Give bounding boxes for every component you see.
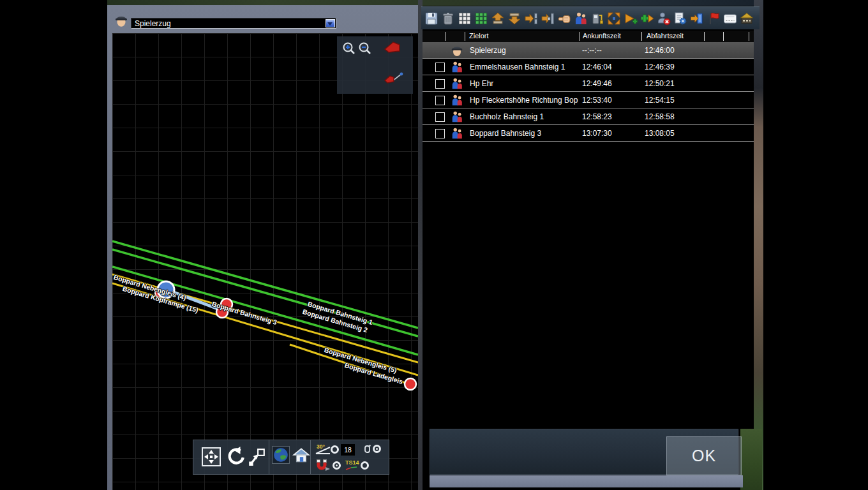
save-icon[interactable] bbox=[424, 11, 438, 26]
grid-white-icon[interactable] bbox=[458, 11, 472, 26]
zoom-out-icon[interactable] bbox=[358, 41, 373, 57]
train-selector-value: Spielerzug bbox=[135, 19, 171, 28]
rotate-button[interactable] bbox=[225, 446, 245, 468]
hand-pick-icon[interactable] bbox=[557, 11, 571, 26]
table-row[interactable]: Emmelshausen Bahnsteig 1 12:46:04 12:46:… bbox=[423, 59, 754, 75]
row-abfahrtszeit: 12:46:39 bbox=[645, 63, 703, 71]
row-zielort: Emmelshausen Bahnsteig 1 bbox=[470, 63, 578, 71]
header-abfahrtszeit: Abfahrtszeit bbox=[647, 32, 684, 40]
main-track-line bbox=[112, 267, 418, 355]
signal-small-icon[interactable] bbox=[384, 71, 405, 87]
row-abfahrtszeit: 13:08:05 bbox=[645, 129, 703, 138]
add-route-icon[interactable] bbox=[624, 11, 638, 26]
column-divider bbox=[749, 32, 749, 41]
ts14-radio[interactable] bbox=[361, 461, 369, 470]
timetable: Zielort Ankunftszeit Abfahrtszeit Spiele… bbox=[423, 31, 754, 421]
row-zielort: Boppard Bahnsteig 3 bbox=[470, 129, 578, 138]
scenery-gap-strip bbox=[418, 0, 423, 490]
row-ankunftszeit: 12:53:40 bbox=[582, 96, 641, 105]
ok-button[interactable]: OK bbox=[666, 436, 742, 475]
toolbar-divider bbox=[310, 440, 311, 474]
row-abfahrtszeit: 12:50:21 bbox=[645, 79, 703, 88]
table-row[interactable]: Spielerzug --:--:-- 12:46:00 bbox=[423, 42, 754, 59]
screen: Spielerzug Boppard Nebengleis (4) Boppar… bbox=[0, 0, 868, 490]
move-down-icon[interactable] bbox=[507, 11, 521, 26]
table-row[interactable]: Hp Ehr 12:49:46 12:50:21 bbox=[423, 75, 754, 92]
passengers-icon bbox=[451, 77, 463, 90]
passengers-icon bbox=[451, 94, 463, 107]
slope-radio[interactable] bbox=[331, 445, 339, 454]
stop-marker[interactable] bbox=[405, 378, 416, 390]
header-zielort: Zielort bbox=[469, 32, 489, 40]
table-row[interactable]: Boppard Bahnsteig 3 13:07:30 13:08:05 bbox=[423, 125, 754, 142]
slope-icon: 30° bbox=[315, 443, 331, 456]
grid-green-icon[interactable] bbox=[474, 11, 488, 26]
zoom-in-icon[interactable] bbox=[342, 41, 357, 57]
insert-before-icon[interactable] bbox=[524, 11, 538, 26]
row-abfahrtszeit: 12:46:00 bbox=[645, 46, 703, 55]
scenery-grass-patch bbox=[740, 429, 762, 490]
row-checkbox[interactable] bbox=[435, 63, 445, 72]
column-divider bbox=[723, 32, 724, 41]
move-up-icon[interactable] bbox=[491, 11, 505, 26]
table-row[interactable]: Buchholz Bahnsteig 1 12:58:23 12:58:58 bbox=[423, 108, 754, 125]
track-number-box: 18 bbox=[341, 444, 355, 456]
row-zielort: Buchholz Bahnsteig 1 bbox=[470, 112, 578, 121]
timetable-header: Zielort Ankunftszeit Abfahrtszeit bbox=[423, 31, 754, 42]
enter-icon[interactable] bbox=[690, 11, 704, 26]
column-divider bbox=[445, 32, 445, 41]
row-checkbox[interactable] bbox=[435, 129, 445, 138]
signal-large-icon[interactable] bbox=[384, 41, 401, 54]
signal-radio[interactable] bbox=[373, 445, 381, 453]
resize-button[interactable] bbox=[247, 447, 266, 466]
toolbar-divider bbox=[269, 440, 269, 474]
remove-person-icon[interactable] bbox=[657, 11, 671, 26]
table-row[interactable]: Hp Fleckertshöhe Richtung Bopp 12:53:40 … bbox=[423, 92, 754, 108]
passengers-icon bbox=[451, 61, 463, 73]
row-ankunftszeit: --:--:-- bbox=[582, 46, 641, 55]
row-ankunftszeit: 12:58:23 bbox=[582, 112, 641, 121]
row-ankunftszeit: 12:49:46 bbox=[582, 79, 641, 88]
delete-icon[interactable] bbox=[441, 11, 455, 26]
row-ankunftszeit: 12:46:04 bbox=[582, 63, 641, 71]
refuel-icon[interactable] bbox=[590, 11, 604, 26]
ok-button-label: OK bbox=[692, 447, 716, 465]
depot-icon[interactable] bbox=[740, 11, 754, 26]
row-zielort: Hp Ehr bbox=[470, 79, 578, 88]
expand-icon[interactable] bbox=[607, 11, 621, 26]
pan-arrows-icon bbox=[203, 449, 220, 465]
magnet-radio[interactable] bbox=[333, 461, 341, 470]
document-settings-icon[interactable] bbox=[673, 11, 687, 26]
ts14-line-icon bbox=[345, 466, 358, 471]
column-divider bbox=[641, 32, 642, 41]
passengers-icon bbox=[451, 110, 463, 123]
chevron-down-icon bbox=[327, 22, 333, 26]
home-button[interactable] bbox=[292, 447, 310, 463]
add-item-icon[interactable] bbox=[640, 11, 654, 26]
conductor-icon bbox=[451, 43, 463, 57]
track-map[interactable]: Boppard Nebengleis (4) Boppard Kopframpe… bbox=[112, 33, 418, 490]
map-toolbar: 30° 18 TS14 bbox=[193, 440, 389, 475]
passengers-icon[interactable] bbox=[574, 11, 588, 26]
ts14-label: TS14 bbox=[345, 459, 359, 466]
conductor-icon bbox=[114, 13, 128, 28]
row-checkbox[interactable] bbox=[435, 112, 445, 122]
signal-name-icon bbox=[364, 444, 371, 456]
header-ankunftszeit: Ankunftszeit bbox=[583, 32, 621, 40]
flag-icon[interactable] bbox=[707, 11, 721, 26]
track-lines bbox=[112, 33, 418, 490]
row-zielort: Spielerzug bbox=[470, 46, 578, 55]
globe-button[interactable] bbox=[272, 446, 290, 464]
train-selector[interactable]: Spielerzug bbox=[131, 18, 336, 29]
row-checkbox[interactable] bbox=[435, 96, 445, 105]
passengers-icon bbox=[451, 127, 463, 140]
timetable-toolbar bbox=[421, 6, 760, 29]
row-checkbox[interactable] bbox=[435, 79, 445, 89]
dropdown-button[interactable] bbox=[326, 19, 335, 27]
insert-after-icon[interactable] bbox=[541, 11, 555, 26]
pan-button[interactable] bbox=[202, 447, 221, 466]
row-zielort: Hp Fleckertshöhe Richtung Bopp bbox=[470, 96, 578, 105]
column-divider bbox=[580, 32, 580, 41]
dialog-frame-bottom bbox=[430, 475, 743, 487]
platform-card-icon[interactable] bbox=[723, 11, 737, 26]
